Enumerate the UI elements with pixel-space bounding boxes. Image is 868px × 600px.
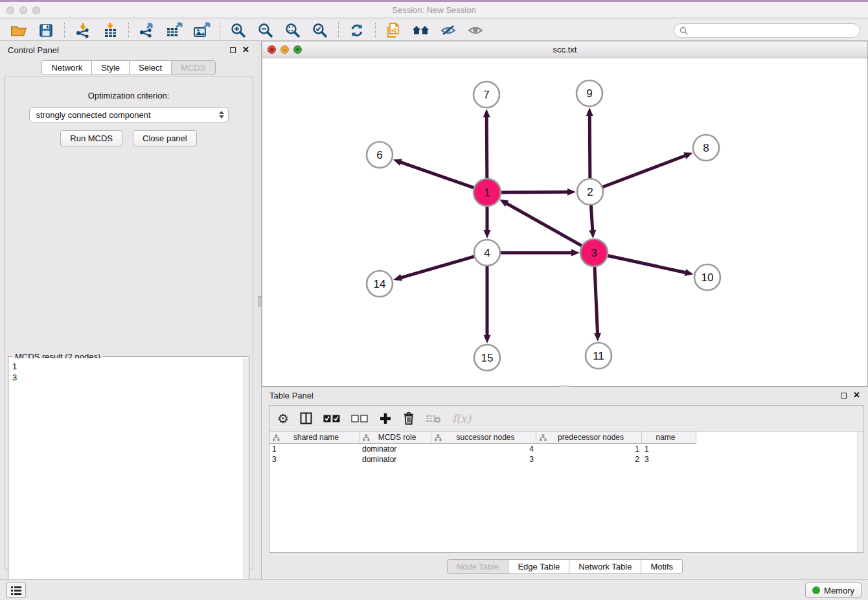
tab-mcds[interactable]: MCDS <box>171 60 215 75</box>
edge-3-11[interactable] <box>594 265 601 341</box>
float-table-panel-icon[interactable] <box>841 393 847 398</box>
edge-1-6[interactable] <box>393 159 475 188</box>
close-table-panel-icon[interactable]: ✕ <box>853 392 860 398</box>
hide-selected-icon[interactable] <box>439 21 458 40</box>
network-minimize-icon[interactable]: − <box>280 45 289 54</box>
close-window-icon[interactable] <box>6 6 14 14</box>
edge-2-8[interactable] <box>602 152 693 187</box>
import-network-icon[interactable] <box>73 21 93 40</box>
network-maximize-icon[interactable]: + <box>293 45 302 54</box>
delete-table-icon[interactable] <box>426 410 441 427</box>
splitter-handle-icon[interactable] <box>258 296 261 306</box>
window-controls[interactable] <box>6 6 40 14</box>
close-panel-icon[interactable]: ✕ <box>242 47 249 53</box>
memory-button[interactable]: Memory <box>805 583 862 598</box>
refresh-view-icon[interactable] <box>347 21 367 40</box>
criterion-dropdown[interactable]: strongly connected component <box>29 107 229 122</box>
node-1[interactable]: 1 <box>474 179 501 206</box>
table-cell[interactable]: 3 <box>431 455 536 464</box>
export-network-icon[interactable] <box>137 21 157 40</box>
tab-style[interactable]: Style <box>91 60 130 75</box>
table-tab-network-table[interactable]: Network Table <box>569 559 641 574</box>
table-row[interactable]: 1dominator411 <box>269 444 857 454</box>
table-cell[interactable]: 1 <box>269 444 360 454</box>
node-14[interactable]: 14 <box>367 271 393 297</box>
run-mcds-button[interactable]: Run MCDS <box>60 130 122 146</box>
column-header-predecessor-nodes[interactable]: predecessor nodes <box>536 432 642 444</box>
edge-2-3[interactable] <box>589 204 596 238</box>
column-header-MCDS-role[interactable]: MCDS role <box>360 432 431 444</box>
delete-columns-icon[interactable] <box>403 410 415 427</box>
function-builder-icon[interactable]: f(x) <box>452 410 471 427</box>
zoom-selected-icon[interactable] <box>310 21 330 40</box>
table-cell[interactable]: 3 <box>642 455 696 464</box>
node-15[interactable]: 15 <box>474 345 500 371</box>
table-row[interactable]: 3dominator323 <box>269 454 857 465</box>
table-tab-node-table[interactable]: Node Table <box>447 559 509 574</box>
column-header-name[interactable]: name <box>642 432 696 444</box>
edge-4-15[interactable] <box>484 265 491 343</box>
node-6[interactable]: 6 <box>367 142 393 168</box>
panel-splitter[interactable] <box>257 41 262 579</box>
import-table-icon[interactable] <box>100 21 120 40</box>
network-window-titlebar[interactable]: ✕ − + scc.txt <box>262 41 867 58</box>
save-session-icon[interactable] <box>36 21 56 40</box>
copy-current-view-icon[interactable] <box>384 21 404 40</box>
edge-1-7[interactable] <box>483 109 490 180</box>
node-11[interactable]: 11 <box>586 343 611 369</box>
node-8[interactable]: 8 <box>693 135 719 161</box>
edge-3-10[interactable] <box>606 255 694 276</box>
table-cell[interactable]: 1 <box>642 444 696 454</box>
add-column-icon[interactable] <box>379 410 392 427</box>
export-table-icon[interactable] <box>165 21 184 40</box>
node-3[interactable]: 3 <box>580 239 608 266</box>
node-9[interactable]: 9 <box>577 80 602 106</box>
minimize-window-icon[interactable] <box>19 6 27 14</box>
float-panel-icon[interactable] <box>230 47 236 53</box>
edge-4-14[interactable] <box>393 256 475 281</box>
table-cell[interactable]: 2 <box>536 455 642 464</box>
node-7[interactable]: 7 <box>474 82 499 108</box>
tab-network[interactable]: Network <box>41 60 92 75</box>
network-overview-icon[interactable] <box>411 21 431 40</box>
select-all-columns-icon[interactable] <box>323 410 340 427</box>
node-10[interactable]: 10 <box>694 264 720 290</box>
table-cell[interactable]: 3 <box>269 455 360 464</box>
mcds-result-scrollbar[interactable] <box>243 358 249 599</box>
network-canvas[interactable]: 7968124314101511 <box>262 58 867 386</box>
deselect-all-columns-icon[interactable] <box>351 410 368 427</box>
column-layout-icon[interactable] <box>300 410 312 427</box>
node-2[interactable]: 2 <box>577 179 603 205</box>
search-input[interactable] <box>691 25 860 36</box>
table-cell[interactable]: 4 <box>431 444 536 454</box>
edge-3-1[interactable] <box>499 200 583 247</box>
zoom-out-icon[interactable] <box>256 21 275 40</box>
column-header-shared-name[interactable]: shared name <box>269 432 360 444</box>
table-cell[interactable]: 1 <box>536 444 642 454</box>
edge-4-3[interactable] <box>499 249 580 257</box>
node-4[interactable]: 4 <box>474 240 500 266</box>
edge-1-4[interactable] <box>484 205 491 238</box>
open-session-icon[interactable] <box>9 21 29 40</box>
table-tab-motifs[interactable]: Motifs <box>641 559 683 574</box>
edge-1-2[interactable] <box>499 189 576 196</box>
node-table[interactable]: shared nameMCDS rolesuccessor nodesprede… <box>269 432 857 552</box>
table-cell[interactable]: dominator <box>360 444 431 454</box>
zoom-fit-icon[interactable] <box>283 21 303 40</box>
task-history-button[interactable] <box>6 583 26 598</box>
tab-select[interactable]: Select <box>129 60 172 75</box>
table-scrollbar[interactable] <box>857 432 863 552</box>
table-cell[interactable]: dominator <box>360 455 431 464</box>
network-close-icon[interactable]: ✕ <box>268 45 276 54</box>
table-settings-icon[interactable]: ⚙ <box>277 410 289 427</box>
network-graph[interactable]: 7968124314101511 <box>262 58 867 386</box>
export-image-icon[interactable] <box>192 21 211 40</box>
close-panel-button[interactable]: Close panel <box>133 130 197 146</box>
maximize-window-icon[interactable] <box>32 6 40 14</box>
column-header-successor-nodes[interactable]: successor nodes <box>431 432 536 444</box>
edge-2-9[interactable] <box>586 108 593 179</box>
table-tab-edge-table[interactable]: Edge Table <box>508 559 569 574</box>
show-selected-icon[interactable] <box>466 21 485 40</box>
mcds-result-text[interactable]: 1 3 <box>8 358 243 599</box>
zoom-in-icon[interactable] <box>229 21 248 40</box>
